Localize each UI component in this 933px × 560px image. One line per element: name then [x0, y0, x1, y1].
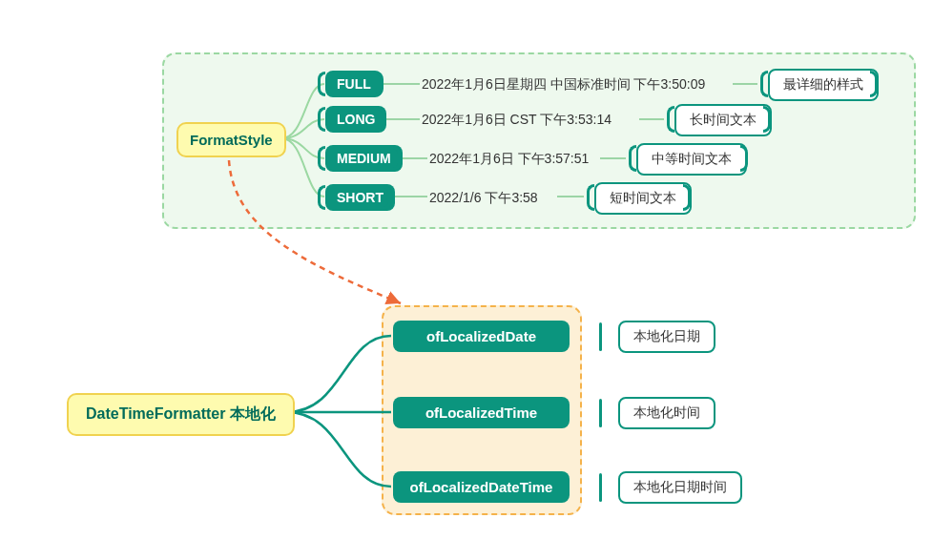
- note-full: 最详细的样式: [768, 69, 879, 101]
- example-medium: 2022年1月6日 下午3:57:51: [429, 151, 589, 168]
- bracket: [667, 106, 674, 133]
- style-medium: MEDIUM: [325, 145, 403, 172]
- style-label: LONG: [337, 112, 375, 127]
- formatstyle-title: FormatStyle: [190, 132, 273, 148]
- bracket: [587, 184, 594, 211]
- note-label: 本地化日期: [633, 328, 700, 345]
- method-label: ofLocalizedDateTime: [410, 479, 553, 495]
- bracket: [318, 72, 325, 96]
- example-long: 2022年1月6日 CST 下午3:53:14: [422, 112, 612, 129]
- example-text: 2022年1月6日 下午3:57:51: [429, 151, 589, 168]
- example-short: 2022/1/6 下午3:58: [429, 190, 538, 207]
- example-text: 2022年1月6日星期四 中国标准时间 下午3:50:09: [422, 76, 705, 93]
- bracket: [318, 107, 325, 132]
- bar: [599, 322, 602, 351]
- bracket: [629, 145, 636, 172]
- bracket: [384, 185, 391, 210]
- bracket: [760, 71, 768, 97]
- root-title: DateTimeFormatter 本地化: [86, 404, 276, 425]
- bracket: [763, 106, 771, 133]
- bar: [599, 473, 602, 502]
- style-full: FULL: [325, 71, 383, 97]
- note-label: 本地化日期时间: [633, 479, 727, 496]
- note-long: 长时间文本: [674, 104, 772, 136]
- style-label: SHORT: [337, 190, 384, 205]
- example-text: 2022/1/6 下午3:58: [429, 190, 538, 207]
- example-full: 2022年1月6日星期四 中国标准时间 下午3:50:09: [422, 76, 705, 93]
- note-ofLocalizedDateTime: 本地化日期时间: [618, 471, 742, 504]
- style-label: FULL: [337, 76, 371, 92]
- method-ofLocalizedTime: ofLocalizedTime: [393, 397, 570, 428]
- formatstyle-node: FormatStyle: [176, 122, 286, 157]
- method-label: ofLocalizedDate: [426, 328, 536, 344]
- note-short: 短时间文本: [594, 182, 692, 215]
- example-text: 2022年1月6日 CST 下午3:53:14: [422, 112, 612, 129]
- note-ofLocalizedDate: 本地化日期: [618, 321, 715, 353]
- bracket: [318, 146, 325, 171]
- bracket: [393, 146, 401, 171]
- note-text: 长时间文本: [690, 112, 757, 129]
- note-text: 中等时间文本: [652, 151, 732, 168]
- method-ofLocalizedDateTime: ofLocalizedDateTime: [393, 471, 570, 503]
- root-node: DateTimeFormatter 本地化: [67, 393, 295, 436]
- note-text: 最详细的样式: [783, 76, 863, 93]
- bracket: [683, 184, 691, 211]
- note-ofLocalizedTime: 本地化时间: [618, 397, 715, 429]
- note-medium: 中等时间文本: [636, 143, 747, 176]
- bracket: [318, 185, 325, 210]
- method-label: ofLocalizedTime: [425, 404, 537, 421]
- bracket: [870, 71, 878, 97]
- style-label: MEDIUM: [337, 151, 391, 166]
- note-text: 短时间文本: [610, 190, 676, 207]
- bracket: [740, 145, 748, 172]
- note-label: 本地化时间: [633, 404, 700, 422]
- bar: [599, 399, 602, 427]
- bracket: [378, 107, 385, 132]
- bracket: [376, 72, 384, 96]
- method-ofLocalizedDate: ofLocalizedDate: [393, 321, 570, 352]
